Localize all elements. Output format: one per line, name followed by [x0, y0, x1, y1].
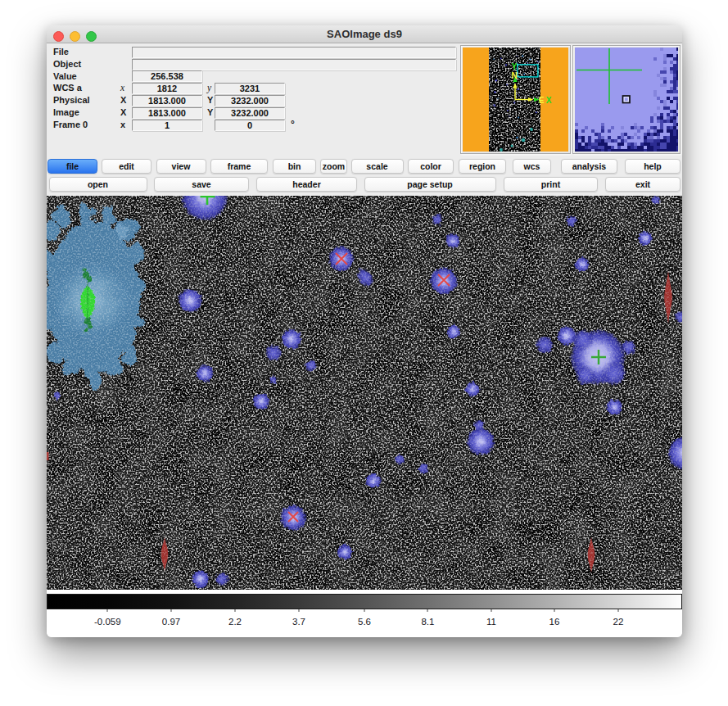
svg-text:E: E [539, 96, 545, 105]
svg-text:N: N [511, 71, 517, 80]
svg-text:Y: Y [512, 62, 518, 71]
svg-text:X: X [546, 96, 552, 105]
